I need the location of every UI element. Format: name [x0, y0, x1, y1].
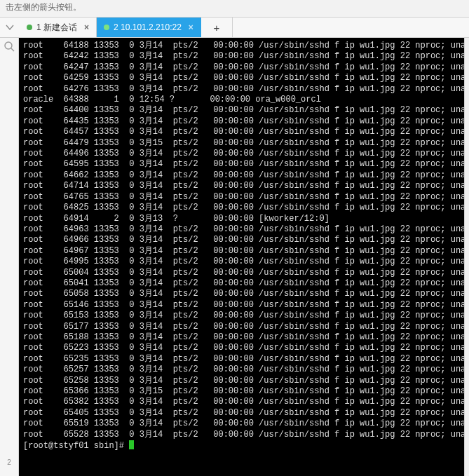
process-row: root 65188 13353 0 3月14 pts/2 00:00:00 /…	[23, 332, 460, 343]
process-row: root 65223 13353 0 3月14 pts/2 00:00:00 /…	[23, 343, 460, 353]
terminal-cursor	[129, 440, 134, 449]
hint-bar: 击左侧的箭头按钮。	[0, 0, 469, 18]
process-row: root 65177 13353 0 3月14 pts/2 00:00:00 /…	[23, 322, 460, 332]
process-row: root 64995 13353 0 3月14 pts/2 00:00:00 /…	[23, 257, 460, 267]
process-row: root 64967 13353 0 3月14 pts/2 00:00:00 /…	[23, 246, 460, 257]
process-row: root 64496 13353 0 3月14 pts/2 00:00:00 /…	[23, 149, 460, 159]
tab-new-session[interactable]: 1 新建会话 ×	[20, 18, 97, 37]
process-row: root 65041 13353 0 3月14 pts/2 00:00:00 /…	[23, 278, 460, 289]
tab-label: 10.101.2.210:22	[121, 22, 182, 32]
tab-label: 新建会话	[43, 22, 77, 34]
process-row: root 64662 13353 0 3月14 pts/2 00:00:00 /…	[23, 170, 460, 181]
process-row: root 64457 13353 0 3月14 pts/2 00:00:00 /…	[23, 127, 460, 137]
process-row: root 64914 2 0 3月13 ? 00:00:00 [kworker/…	[23, 214, 460, 224]
close-icon[interactable]: ×	[189, 22, 193, 32]
process-row: root 65382 13353 0 3月14 pts/2 00:00:00 /…	[23, 397, 460, 407]
process-row: root 64714 13353 0 3月14 pts/2 00:00:00 /…	[23, 181, 460, 191]
tab-index: 1	[36, 22, 41, 32]
tab-index: 2	[114, 22, 118, 32]
process-row: root 64400 13353 0 3月14 pts/2 00:00:00 /…	[23, 105, 460, 116]
left-gutter: 2	[0, 38, 19, 476]
process-row: root 64765 13353 0 3月14 pts/2 00:00:00 /…	[23, 192, 460, 203]
process-row: root 64259 13353 0 3月14 pts/2 00:00:00 /…	[23, 73, 460, 83]
right-gutter	[464, 38, 469, 476]
process-row: root 64963 13353 0 3月14 pts/2 00:00:00 /…	[23, 224, 460, 235]
close-icon[interactable]: ×	[84, 22, 89, 32]
svg-line-1	[11, 48, 14, 51]
process-row: root 64242 13353 0 3月14 pts/2 00:00:00 /…	[23, 51, 460, 62]
process-row: root 64247 13353 0 3月14 pts/2 00:00:00 /…	[23, 62, 460, 73]
process-row: root 65257 13353 0 3月14 pts/2 00:00:00 /…	[23, 365, 460, 375]
tab-ssh-session[interactable]: 2 10.101.2.210:22 ×	[97, 18, 201, 37]
process-row: root 65405 13353 0 3月14 pts/2 00:00:00 /…	[23, 408, 460, 419]
svg-point-0	[5, 42, 12, 49]
process-row: root 65528 13353 0 3月14 pts/2 00:00:00 /…	[23, 430, 460, 440]
tab-status-dot	[27, 25, 32, 30]
process-row: root 64188 13353 0 3月14 pts/2 00:00:00 /…	[23, 41, 460, 51]
process-row: root 64435 13353 0 3月14 pts/2 00:00:00 /…	[23, 116, 460, 127]
shell-prompt[interactable]: [root@tstyf01 sbin]#	[23, 440, 460, 451]
process-row: root 64479 13353 0 3月15 pts/2 00:00:00 /…	[23, 138, 460, 149]
process-row: root 65258 13353 0 3月14 pts/2 00:00:00 /…	[23, 376, 460, 386]
tab-bar: 1 新建会话 × 2 10.101.2.210:22 × +	[0, 18, 469, 38]
process-row: root 65366 13353 0 3月15 pts/2 00:00:00 /…	[23, 386, 460, 397]
process-row: oracle 64388 1 0 12:54 ? 00:00:00 ora_w0…	[23, 95, 460, 105]
terminal-output[interactable]: root 64188 13353 0 3月14 pts/2 00:00:00 /…	[19, 38, 464, 476]
process-row: root 64595 13353 0 3月14 pts/2 00:00:00 /…	[23, 159, 460, 170]
search-icon[interactable]	[4, 41, 15, 52]
hint-text: 击左侧的箭头按钮。	[6, 2, 81, 12]
new-tab-button[interactable]: +	[201, 18, 233, 37]
process-row: root 65146 13353 0 3月14 pts/2 00:00:00 /…	[23, 300, 460, 311]
process-row: root 65235 13353 0 3月14 pts/2 00:00:00 /…	[23, 354, 460, 365]
process-row: root 65004 13353 0 3月14 pts/2 00:00:00 /…	[23, 268, 460, 278]
process-row: root 65058 13353 0 3月14 pts/2 00:00:00 /…	[23, 289, 460, 299]
process-row: root 64276 13353 0 3月14 pts/2 00:00:00 /…	[23, 84, 460, 95]
process-row: root 65519 13353 0 3月14 pts/2 00:00:00 /…	[23, 419, 460, 429]
process-row: root 64966 13353 0 3月14 pts/2 00:00:00 /…	[23, 235, 460, 245]
tab-status-dot	[104, 25, 109, 30]
prompt-text: [root@tstyf01 sbin]#	[23, 441, 129, 451]
process-row: root 65153 13353 0 3月14 pts/2 00:00:00 /…	[23, 311, 460, 321]
gutter-bottom-number: 2	[7, 458, 11, 476]
tab-dropdown-icon[interactable]	[6, 23, 14, 32]
process-row: root 64825 13353 0 3月14 pts/2 00:00:00 /…	[23, 203, 460, 213]
